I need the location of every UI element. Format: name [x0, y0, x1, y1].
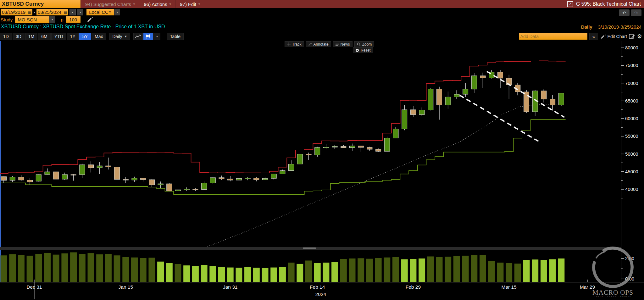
currency-select[interactable]: Local CCY ▾ — [86, 9, 120, 15]
range-button-6m[interactable]: 6M — [38, 33, 50, 40]
undo-button[interactable]: ↶ — [619, 9, 630, 16]
chart-area[interactable]: 8000075000700006500060000550005000045000… — [0, 40, 644, 300]
undo-redo-group: ↶ ↷ — [619, 9, 641, 16]
suggested-charts-label: 94) Suggested Charts — [85, 2, 131, 7]
track-crosshair-icon — [287, 42, 291, 46]
table-button[interactable]: Table — [167, 33, 183, 40]
chart-settings-icon[interactable] — [629, 34, 635, 39]
chevron-down-icon: ▾ — [156, 35, 158, 38]
zoom-button[interactable]: Zoom — [354, 41, 375, 47]
svg-text:Jan 15: Jan 15 — [119, 284, 133, 290]
svg-text:Jan 31: Jan 31 — [223, 284, 238, 290]
svg-text:40000: 40000 — [625, 186, 638, 192]
zoom-label: Zoom — [362, 42, 372, 47]
param-label: p — [61, 17, 63, 22]
study-row: Study MO SQN ▾ p 100 — [1, 16, 93, 23]
svg-text:55000: 55000 — [625, 133, 638, 139]
candles-layer — [1, 70, 564, 194]
collapse-panel-button[interactable]: « — [589, 33, 598, 40]
top-menu-bar: XBTUSD Curncy 94) Suggested Charts ▾ 96)… — [0, 0, 644, 8]
redo-button[interactable]: ↷ — [631, 9, 641, 16]
track-label: Track — [292, 42, 302, 47]
study-value: MO SQN — [15, 16, 49, 23]
annotate-button[interactable]: Annotate — [306, 41, 331, 47]
date-to-field[interactable]: 03/25/2024 ▦ — [36, 9, 68, 15]
prev-range-button[interactable]: ‹ — [69, 9, 76, 15]
news-icon — [336, 42, 339, 46]
reset-button[interactable]: Reset — [353, 47, 373, 53]
svg-text:2.00: 2.00 — [625, 256, 634, 261]
date-from-value: 03/19/2019 — [1, 9, 27, 15]
periodicity-value: Daily — [112, 34, 122, 39]
svg-text:Mar 29: Mar 29 — [580, 284, 595, 290]
news-button[interactable]: News — [333, 41, 353, 47]
chevron-down-icon: ▾ — [169, 3, 171, 6]
svg-text:75000: 75000 — [625, 63, 638, 68]
study-label: Study — [1, 17, 13, 22]
line-chart-type-button[interactable] — [133, 33, 143, 40]
chart-link[interactable]: ↗ G 595: Black Technical Chart — [567, 0, 644, 8]
range-button-1m[interactable]: 1M — [25, 33, 37, 40]
range-button-ytd[interactable]: YTD — [51, 33, 66, 40]
external-link-icon: ↗ — [567, 1, 573, 7]
svg-text:50000: 50000 — [625, 151, 638, 157]
svg-text:Feb 29: Feb 29 — [406, 284, 421, 290]
svg-text:70000: 70000 — [625, 81, 638, 86]
add-data-input[interactable] — [519, 33, 587, 40]
svg-text:65000: 65000 — [625, 98, 638, 103]
svg-text:Feb 14: Feb 14 — [310, 284, 325, 290]
svg-text:80000: 80000 — [625, 45, 638, 50]
pencil-icon — [601, 34, 606, 39]
chevron-down-icon: ▾ — [114, 9, 120, 15]
annotate-pencil-icon — [308, 42, 312, 46]
chart-toolbar: 1D 3D 1M 6M YTD 1Y 5Y Max Daily ▼ ▾ Tabl… — [0, 32, 644, 40]
date-from-field[interactable]: 03/19/2019 ▦ — [1, 9, 32, 15]
frequency-label: Daily — [581, 24, 592, 30]
candle-chart-type-button[interactable] — [143, 33, 153, 40]
line-chart-icon — [135, 34, 141, 38]
range-button-1y[interactable]: 1Y — [67, 33, 79, 40]
suggested-charts-menu[interactable]: 94) Suggested Charts ▾ — [80, 0, 139, 8]
chart-title: XBTUSD Curncy : XBTUSD Spot Exchange Rat… — [1, 23, 165, 30]
date-to-value: 03/25/2024 — [36, 9, 63, 15]
reset-target-icon — [355, 48, 359, 52]
study-select[interactable]: MO SQN ▾ — [15, 16, 55, 23]
range-button-max[interactable]: Max — [92, 33, 106, 40]
periodicity-select[interactable]: Daily ▼ — [109, 33, 130, 40]
range-button-5y[interactable]: 5Y — [79, 33, 91, 40]
chart-title-text: XBTUSD Curncy : XBTUSD Spot Exchange Rat… — [1, 24, 165, 30]
param-input[interactable]: 100 — [66, 16, 80, 23]
range-button-1d[interactable]: 1D — [0, 33, 12, 40]
svg-text:0.00: 0.00 — [625, 276, 634, 281]
calendar-icon[interactable]: ▦ — [63, 9, 68, 15]
lower-band-line — [0, 119, 566, 194]
edit-chart-button[interactable]: Edit Chart — [601, 34, 627, 39]
news-label: News — [341, 42, 350, 47]
track-button[interactable]: Track — [285, 41, 304, 47]
date-range-row: 03/19/2019 ▦ - 03/25/2024 ▦ ‹ › Local CC… — [1, 9, 120, 15]
currency-value: Local CCY — [86, 9, 114, 15]
chart-tools: Track Annotate News Zoom — [285, 41, 374, 47]
frequency-info: Daily 3/19/2019-3/25/2024 — [581, 23, 641, 30]
search-icon — [357, 42, 361, 46]
svg-text:45000: 45000 — [625, 169, 638, 174]
range-button-3d[interactable]: 3D — [13, 33, 25, 40]
price-chart-svg[interactable]: 8000075000700006500060000550005000045000… — [0, 40, 644, 300]
edit-label: 97) Edit — [180, 2, 196, 7]
svg-text:2024: 2024 — [315, 292, 326, 297]
candlestick-icon — [145, 34, 151, 39]
chart-type-dropdown[interactable]: ▾ — [153, 33, 160, 40]
actions-menu[interactable]: 96) Actions ▾ — [139, 0, 175, 8]
sqn-histogram-layer — [1, 253, 565, 282]
draw-pencil-icon[interactable] — [87, 16, 93, 23]
security-value: XBTUSD Curncy — [2, 1, 44, 7]
date-range-label: 3/19/2019-3/25/2024 — [598, 24, 641, 30]
next-range-button[interactable]: › — [77, 9, 83, 15]
security-input[interactable]: XBTUSD Curncy — [0, 0, 80, 8]
chevron-down-icon: ▾ — [49, 16, 55, 23]
edit-chart-label: Edit Chart — [608, 34, 627, 39]
edit-menu[interactable]: 97) Edit ▾ — [175, 0, 204, 8]
calendar-icon[interactable]: ▦ — [27, 9, 32, 15]
gear-icon[interactable]: ⚙ — [637, 33, 642, 40]
chevron-down-icon: ▼ — [125, 35, 127, 38]
